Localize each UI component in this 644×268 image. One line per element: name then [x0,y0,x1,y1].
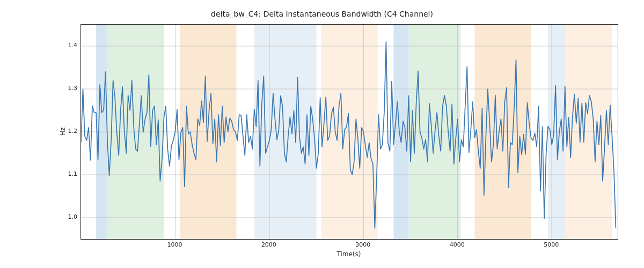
x-tick-label: 2000 [261,241,277,248]
y-tick-label: 1.4 [68,42,78,49]
y-tick-label: 1.1 [68,170,78,177]
x-tick-label: 3000 [355,241,371,248]
y-tick-label: 1.0 [68,213,78,220]
x-tick-label: 4000 [449,241,465,248]
figure: delta_bw_C4: Delta Instantaneous Bandwid… [0,0,644,268]
y-tick-label: 1.3 [68,85,78,92]
plot-area [80,24,618,240]
y-tick-label: 1.2 [68,128,78,135]
x-tick-label: 1000 [166,241,182,248]
chart-title: delta_bw_C4: Delta Instantaneous Bandwid… [0,10,644,18]
y-axis-label: Hz [59,128,67,136]
plot-svg [81,25,618,239]
x-axis-label: Time(s) [80,250,617,258]
x-tick-label: 5000 [543,241,559,248]
